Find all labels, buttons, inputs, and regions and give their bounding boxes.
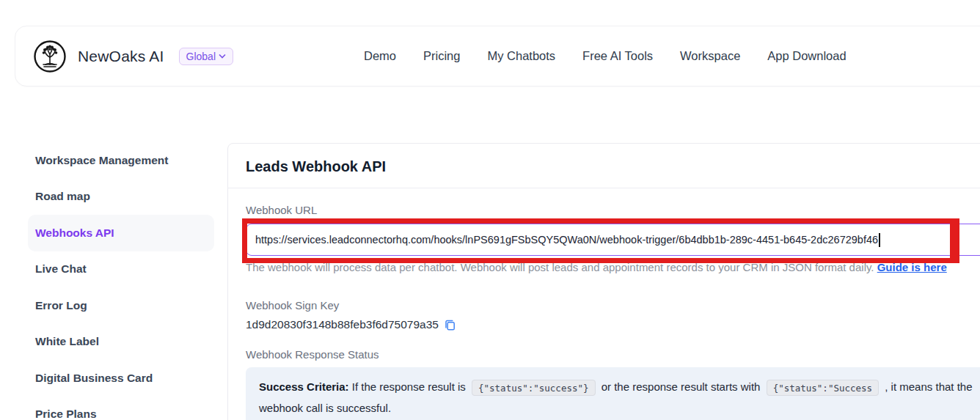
nav-free-ai-tools[interactable]: Free AI Tools [582,49,653,63]
sidebar-item-workspace-management[interactable]: Workspace Management [28,142,214,179]
region-selector[interactable]: Global [179,48,233,65]
guide-link[interactable]: Guide is here [877,261,947,273]
webhook-url-helper: The webhook will process data per chatbo… [246,261,980,273]
criteria-text-line2: webhook call is successful. [259,402,391,414]
nav-my-chatbots[interactable]: My Chatbots [487,49,555,63]
webhook-url-label: Webhook URL [246,204,980,216]
main-nav: Demo Pricing My Chatbots Free AI Tools W… [364,49,846,63]
criteria-text-3: , it means that the [885,380,972,393]
header: NewOaks AI Global Demo Pricing My Chatbo… [15,26,980,86]
sidebar-item-error-log[interactable]: Error Log [28,287,214,324]
code-success-full: {"status":"success"} [472,380,596,396]
success-criteria-box: Success Criteria: If the response result… [246,367,980,420]
nav-workspace[interactable]: Workspace [680,49,740,63]
sign-key-row: 1d9d20830f3148b88feb3f6d75079a35 [246,318,980,331]
code-success-prefix: {"status":"Success [767,380,879,396]
sidebar-item-live-chat[interactable]: Live Chat [28,251,214,288]
sidebar-item-price-plans[interactable]: Price Plans [28,397,214,420]
brand-name: NewOaks AI [78,48,164,65]
helper-text: The webhook will process data per chatbo… [246,261,877,273]
nav-demo[interactable]: Demo [364,49,396,63]
region-label: Global [186,51,216,62]
nav-pricing[interactable]: Pricing [423,49,460,63]
criteria-text-1: If the response result is [349,380,466,393]
sidebar-item-road-map[interactable]: Road map [28,179,214,215]
sign-key-value: 1d9d20830f3148b88feb3f6d75079a35 [246,318,439,331]
text-caret [879,233,880,247]
panel-header: Leads Webhook API [228,144,980,188]
panel-body: Webhook URL https://services.leadconnect… [228,188,980,420]
settings-sidebar: Workspace Management Road map Webhooks A… [28,142,214,420]
sidebar-item-webhooks-api[interactable]: Webhooks API [28,215,214,251]
newoaks-logo-icon [33,40,67,73]
sign-key-label: Webhook Sign Key [246,299,980,312]
nav-app-download[interactable]: App Download [767,49,846,63]
webhook-url-input[interactable]: https://services.leadconnectorhq.com/hoo… [246,224,980,256]
webhook-url-value: https://services.leadconnectorhq.com/hoo… [255,234,878,246]
chevron-down-icon [219,54,226,59]
copy-icon[interactable] [445,319,456,331]
criteria-bold: Success Criteria: [259,380,349,393]
page-title: Leads Webhook API [246,158,980,175]
criteria-text-2: or the response result starts with [601,380,761,393]
sidebar-item-digital-business-card[interactable]: Digital Business Card [28,360,214,397]
response-status-label: Webhook Response Status [246,348,980,361]
sidebar-item-white-label[interactable]: White Label [28,324,214,361]
webhook-api-panel: Leads Webhook API Webhook URL https://se… [227,143,980,420]
